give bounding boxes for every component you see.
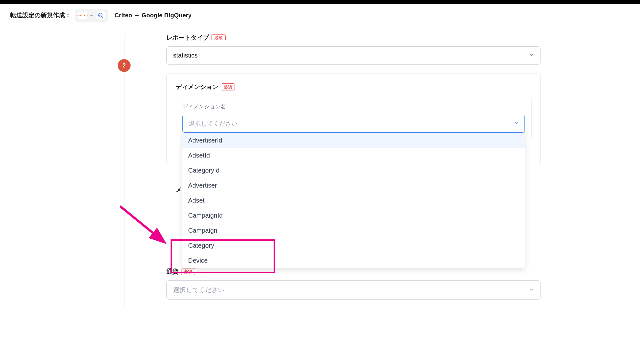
required-badge: 必須 xyxy=(221,83,235,90)
connection-label: Criteo → Google BigQuery xyxy=(115,12,192,19)
report-type-group: レポートタイプ 必須 statistics xyxy=(166,34,541,65)
hidden-section-label: メ xyxy=(176,186,182,194)
report-type-value: statistics xyxy=(173,52,198,59)
dimension-label-row: ディメンション 必須 xyxy=(176,83,532,91)
dropdown-option-advertiserid[interactable]: AdvertiserId xyxy=(182,133,525,148)
step-column: 2 xyxy=(0,34,138,309)
dimension-dropdown: AdvertiserId AdsetId CategoryId Advertis… xyxy=(182,133,525,268)
arrow-right-icon: → xyxy=(89,12,94,18)
step-number: 2 xyxy=(123,62,126,69)
content-column: レポートタイプ 必須 statistics ディメンション 必須 ディメンション… xyxy=(138,34,554,309)
chevron-down-icon xyxy=(514,120,519,128)
dropdown-option-campaign[interactable]: Campaign xyxy=(182,223,525,238)
dropdown-option-device[interactable]: Device xyxy=(182,253,525,268)
currency-select[interactable]: 選択してください xyxy=(166,280,541,300)
bigquery-icon xyxy=(96,11,105,20)
dropdown-option-adsetid[interactable]: AdsetId xyxy=(182,148,525,163)
currency-label-row: 通貨 必須 xyxy=(166,267,541,276)
required-badge: 必須 xyxy=(181,268,195,275)
dropdown-option-campaignid[interactable]: CampaignId xyxy=(182,208,525,223)
currency-label: 通貨 xyxy=(166,267,179,276)
chevron-down-icon xyxy=(529,286,534,294)
dimension-box: ディメンション名 選択してください AdvertiserId AdsetId C… xyxy=(176,97,532,139)
page-header: 転送設定の新規作成： CRITEO → Criteo → Google BigQ… xyxy=(0,4,640,27)
report-type-select[interactable]: statistics xyxy=(166,46,541,65)
top-black-bar xyxy=(0,0,640,4)
dimension-combobox[interactable]: 選択してください xyxy=(182,115,525,133)
chevron-down-icon xyxy=(529,52,534,59)
dimension-panel: ディメンション 必須 ディメンション名 選択してください Adver xyxy=(166,74,541,165)
step-indicator: 2 xyxy=(118,59,131,72)
dropdown-option-category[interactable]: Category xyxy=(182,238,525,253)
report-type-label-row: レポートタイプ 必須 xyxy=(166,34,541,42)
dropdown-option-advertiser[interactable]: Advertiser xyxy=(182,178,525,193)
currency-placeholder: 選択してください xyxy=(173,286,224,294)
dimension-label: ディメンション xyxy=(176,83,218,91)
text-cursor xyxy=(188,120,188,128)
dropdown-option-adset[interactable]: Adset xyxy=(182,193,525,208)
step-vertical-line xyxy=(124,34,124,309)
currency-group: 通貨 必須 選択してください xyxy=(166,267,541,300)
header-title: 転送設定の新規作成： xyxy=(10,11,71,19)
required-badge: 必須 xyxy=(212,34,226,41)
dimension-column-header: ディメンション名 xyxy=(182,103,525,110)
dropdown-option-categoryid[interactable]: CategoryId xyxy=(182,163,525,178)
criteo-icon: CRITEO xyxy=(78,12,87,19)
dimension-placeholder: 選択してください xyxy=(189,120,237,127)
connection-icons: CRITEO → xyxy=(75,9,108,22)
report-type-label: レポートタイプ xyxy=(166,34,209,42)
main-area: 2 レポートタイプ 必須 statistics ディメンション 必須 ディメンシ… xyxy=(0,27,640,309)
